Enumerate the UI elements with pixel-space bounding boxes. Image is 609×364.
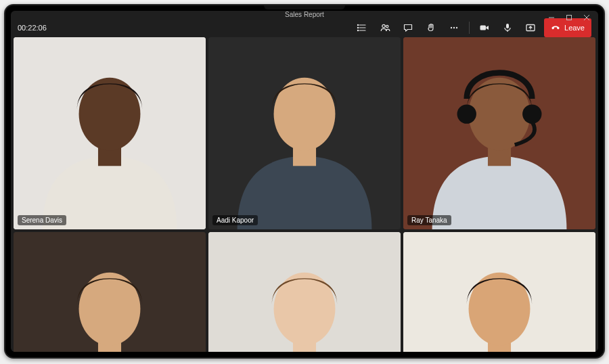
participant-name-label: Serena Davis [18,215,66,225]
video-tile[interactable]: Danielle Booker [403,232,595,352]
device-frame: Sales Report 00:22:06 [4,4,605,359]
meeting-toolbar: 00:22:06 [11,18,598,37]
video-tile[interactable]: Aadi Kapoor [208,37,401,229]
svg-point-10 [382,24,385,27]
video-tile[interactable]: Ray Tanaka [403,37,595,229]
video-row: Babak ShammasCharlotte de CrumDanielle B… [14,232,595,352]
video-grid: Serena DavisAadi KapoorRay TanakaBabak S… [11,37,598,352]
participant-name-label: Ray Tanaka [407,215,451,225]
more-actions-button[interactable] [445,18,464,37]
svg-point-5 [357,24,358,25]
video-row: Serena DavisAadi KapoorRay Tanaka [14,37,595,229]
svg-point-29 [522,104,541,123]
hangup-icon [551,23,560,32]
window-controls [543,11,595,24]
participant-avatar [403,37,595,229]
svg-point-9 [357,30,358,30]
window-title: Sales Report [285,11,324,18]
window-minimize-button[interactable] [543,11,560,24]
more-icon [449,22,459,33]
svg-point-7 [357,27,358,28]
video-tile[interactable]: Babak Shammas [14,232,206,352]
video-tile[interactable]: Serena Davis [14,37,206,229]
window-maximize-button[interactable] [560,11,578,24]
participant-avatar [14,37,206,229]
participant-avatar [208,37,401,229]
meeting-timer: 00:22:06 [18,24,47,32]
people-icon [380,22,390,33]
mic-button[interactable] [498,18,517,37]
svg-point-13 [453,27,455,28]
chat-icon [403,22,413,33]
participant-avatar [208,232,401,352]
titlebar: Sales Report [11,11,598,18]
participants-button[interactable] [353,18,371,37]
participant-avatar [403,232,595,352]
svg-point-14 [456,27,457,28]
device-notch [264,5,345,9]
chat-button[interactable] [399,18,418,37]
participant-name-label: Aadi Kapoor [212,215,258,225]
share-screen-button[interactable] [521,18,540,37]
share-screen-icon [525,22,536,33]
video-tile[interactable]: Charlotte de Crum [208,232,401,352]
camera-button[interactable] [475,18,494,37]
leave-label: Leave [564,24,585,32]
mic-icon [502,22,513,33]
svg-point-11 [386,25,388,27]
svg-rect-16 [506,24,509,28]
app-screen: Sales Report 00:22:06 [11,11,598,352]
svg-rect-15 [480,26,487,30]
svg-rect-1 [567,16,572,20]
participant-avatar [14,232,206,352]
camera-icon [479,22,490,33]
raise-hand-icon [426,22,436,33]
list-icon [357,22,367,33]
toolbar-divider [469,22,470,34]
people-button[interactable] [376,18,394,37]
raise-hand-button[interactable] [422,18,441,37]
window-close-button[interactable] [578,11,595,24]
svg-point-12 [451,27,452,28]
svg-point-28 [457,104,476,123]
